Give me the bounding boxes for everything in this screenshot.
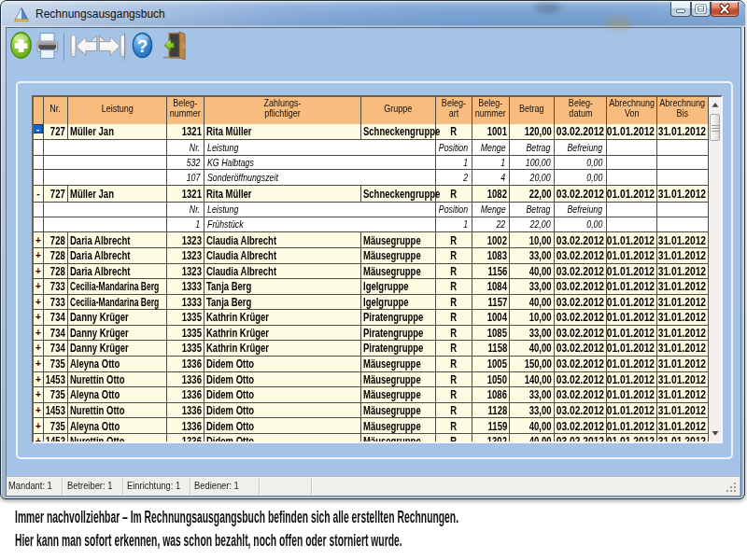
svg-text:?: ?: [137, 36, 148, 56]
